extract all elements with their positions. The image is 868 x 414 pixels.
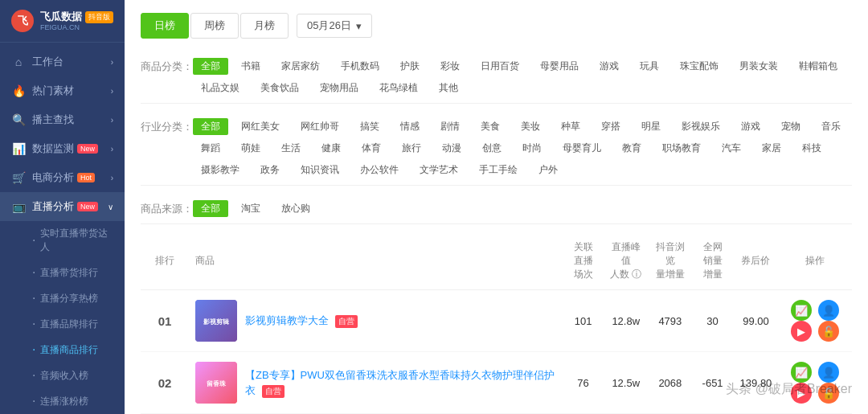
product-name[interactable]: 影视剪辑教学大全 [245, 314, 329, 326]
rank-cell: 02 [141, 352, 189, 414]
industry-filter-tech[interactable]: 科技 [794, 140, 829, 157]
price-cell: 99.00 [734, 290, 779, 352]
submenu-realtime-live[interactable]: 实时直播带货达人 [0, 221, 125, 260]
submenu-live-ranking[interactable]: 直播带货排行 [0, 260, 125, 285]
video-button[interactable]: ▶ [791, 383, 812, 404]
industry-filter-cute[interactable]: 萌娃 [233, 140, 268, 157]
industry-filter-career[interactable]: 职场教育 [654, 140, 709, 157]
filter-tag-food[interactable]: 美食饮品 [252, 80, 307, 96]
filter-tag-gifts[interactable]: 礼品文娱 [193, 80, 248, 96]
filter-tag-daily[interactable]: 日用百货 [473, 58, 527, 75]
th-total-sales: 全网销量增量 [692, 232, 734, 290]
trend-button[interactable]: 📈 [791, 300, 812, 321]
industry-filter-health[interactable]: 健康 [313, 140, 349, 157]
filter-tag-menswear[interactable]: 男装女装 [731, 58, 786, 75]
industry-filter-pets2[interactable]: 宠物 [773, 118, 809, 135]
filter-tag-books[interactable]: 书籍 [233, 58, 268, 75]
date-picker[interactable]: 05月26日 ▾ [297, 14, 372, 38]
filter-tag-shoes[interactable]: 鞋帽箱包 [791, 58, 845, 75]
industry-filter-style[interactable]: 时尚 [514, 140, 550, 157]
industry-filter-creative[interactable]: 创意 [474, 140, 510, 157]
industry-filter-travel[interactable]: 旅行 [394, 140, 429, 157]
trend-button[interactable]: 📈 [791, 362, 812, 383]
tab-weekly[interactable]: 周榜 [190, 13, 239, 39]
sidebar-item-hot-material[interactable]: 🔥 热门素材 › [0, 76, 125, 105]
submenu-audio-income[interactable]: 音频收入榜 [0, 363, 125, 388]
lock-button[interactable]: 🔓 [818, 321, 839, 342]
filter-tag-cosmetics[interactable]: 彩妆 [432, 58, 468, 75]
industry-filter-games2[interactable]: 游戏 [733, 118, 768, 135]
industry-filter-photo[interactable]: 摄影教学 [193, 162, 248, 178]
sidebar-item-ecommerce[interactable]: 🛒 电商分析 Hot › [0, 163, 125, 192]
filter-label-industry: 行业分类： [141, 118, 193, 134]
industry-filter-sports[interactable]: 体育 [354, 140, 389, 157]
industry-filter-education[interactable]: 教育 [614, 140, 649, 157]
filter-tag-games[interactable]: 游戏 [592, 58, 627, 75]
industry-filter-home2[interactable]: 家居 [754, 140, 789, 157]
lock-button[interactable]: 🔓 [818, 383, 839, 404]
th-live-count: 关联直播场次 [563, 232, 604, 290]
product-cell: 影视剪辑 影视剪辑教学大全 自营 [189, 290, 563, 352]
filter-tag-plants[interactable]: 花鸟绿植 [371, 80, 426, 96]
industry-filter-car[interactable]: 汽车 [714, 140, 749, 157]
filter-tag-other[interactable]: 其他 [431, 80, 466, 96]
industry-filter-life[interactable]: 生活 [273, 140, 309, 157]
operation-cell: 📈 👤 ▶ 🔓 [778, 290, 852, 352]
filter-tag-mother[interactable]: 母婴用品 [532, 58, 587, 75]
industry-filter-office[interactable]: 办公软件 [352, 162, 407, 178]
filter-tag-toys[interactable]: 玩具 [632, 58, 667, 75]
source-filter-trustbuy[interactable]: 放心购 [273, 200, 318, 217]
industry-filter-funny[interactable]: 搞笑 [352, 118, 387, 135]
industry-filter-entertainment[interactable]: 影视娱乐 [674, 118, 728, 135]
sidebar-item-streamer-find[interactable]: 🔍 播主查找 › [0, 105, 125, 134]
submenu-live-share[interactable]: 直播分享热榜 [0, 285, 125, 311]
industry-filter-food-taste[interactable]: 美食 [473, 118, 508, 135]
rank-number: 02 [158, 376, 172, 390]
industry-filter-wanhong-girl[interactable]: 网红美女 [233, 118, 288, 135]
industry-filter-anime[interactable]: 动漫 [434, 140, 469, 157]
source-filter-taobao[interactable]: 淘宝 [233, 200, 268, 217]
industry-filter-all[interactable]: 全部 [193, 118, 228, 135]
industry-filter-knowledge[interactable]: 知识资讯 [293, 162, 347, 178]
industry-filter-literature[interactable]: 文学艺术 [411, 162, 466, 178]
industry-filter-emotion[interactable]: 情感 [392, 118, 428, 135]
submenu-fans-growth[interactable]: 连播涨粉榜 [0, 388, 125, 414]
industry-filter-drama[interactable]: 剧情 [432, 118, 468, 135]
industry-filter-outdoor[interactable]: 户外 [530, 162, 566, 178]
industry-filter-handcraft[interactable]: 手工手绘 [471, 162, 526, 178]
industry-filter-dance[interactable]: 舞蹈 [193, 140, 228, 157]
filter-label-product: 商品分类： [141, 58, 193, 74]
industry-filter-celebrity[interactable]: 明星 [633, 118, 669, 135]
filter-tag-mobile[interactable]: 手机数码 [333, 58, 387, 75]
filter-tag-home[interactable]: 家居家纺 [273, 58, 328, 75]
filter-tag-all[interactable]: 全部 [193, 58, 228, 75]
industry-filter-beauty[interactable]: 美妆 [513, 118, 548, 135]
industry-filter-fashion[interactable]: 穿搭 [593, 118, 628, 135]
industry-filter-seeding[interactable]: 种草 [553, 118, 588, 135]
industry-filter-music[interactable]: 音乐 [813, 118, 849, 135]
logo-area: 飞 飞瓜数据 抖音版 FEIGUA.CN [0, 0, 125, 43]
product-name[interactable]: 【ZB专享】PWU双色留香珠洗衣服香水型香味持久衣物护理伴侣护衣 [245, 369, 555, 397]
industry-filter-parenting[interactable]: 母婴育儿 [555, 140, 609, 157]
sidebar-item-workspace[interactable]: ⌂ 工作台 › [0, 47, 125, 76]
source-filter-all[interactable]: 全部 [193, 200, 228, 217]
industry-filter-gov[interactable]: 政务 [252, 162, 288, 178]
filter-tag-skincare[interactable]: 护肤 [392, 58, 428, 75]
user-button[interactable]: 👤 [818, 300, 839, 321]
submenu-live-brand[interactable]: 直播品牌排行 [0, 311, 125, 337]
tab-monthly[interactable]: 月榜 [240, 13, 289, 39]
industry-filter-wanhong-boy[interactable]: 网红帅哥 [293, 118, 347, 135]
tab-daily[interactable]: 日榜 [141, 13, 189, 39]
video-button[interactable]: ▶ [791, 321, 812, 342]
chevron-right-icon: › [111, 116, 113, 125]
sidebar-item-live-analysis[interactable]: 📺 直播分析 New ∨ [0, 192, 125, 221]
filter-tag-pets[interactable]: 宠物用品 [312, 80, 366, 96]
live-count-cell: 76 [563, 352, 604, 414]
sidebar-item-data-monitor[interactable]: 📊 数据监测 New › [0, 134, 125, 163]
dropdown-arrow-icon: ▾ [356, 20, 362, 32]
svg-text:留香珠: 留香珠 [207, 380, 227, 387]
user-button[interactable]: 👤 [818, 362, 839, 383]
filter-tag-jewelry[interactable]: 珠宝配饰 [672, 58, 727, 75]
submenu-live-product[interactable]: 直播商品排行 [0, 337, 125, 363]
submenu-label: 直播品牌排行 [40, 318, 98, 331]
